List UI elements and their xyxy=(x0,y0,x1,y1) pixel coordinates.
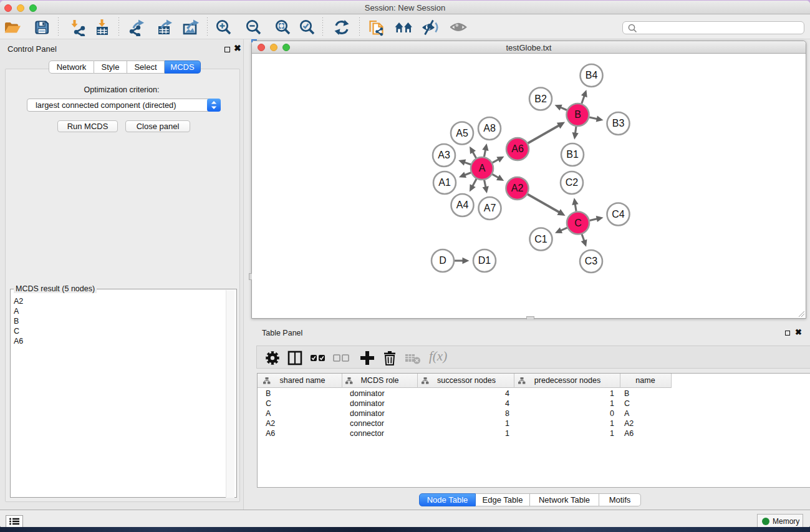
svg-text:A4: A4 xyxy=(456,200,469,210)
svg-text:C: C xyxy=(574,218,582,228)
svg-text:C3: C3 xyxy=(585,256,598,266)
svg-text:B1: B1 xyxy=(566,149,579,160)
svg-text:B4: B4 xyxy=(586,70,598,80)
svg-text:C4: C4 xyxy=(612,209,625,220)
svg-text:D1: D1 xyxy=(478,255,491,266)
svg-text:C1: C1 xyxy=(534,234,547,244)
svg-text:A3: A3 xyxy=(438,150,450,160)
svg-text:A6: A6 xyxy=(511,143,524,154)
svg-text:A1: A1 xyxy=(438,177,451,188)
svg-text:A2: A2 xyxy=(511,183,524,193)
svg-text:C2: C2 xyxy=(566,177,579,188)
svg-text:B: B xyxy=(574,109,581,120)
svg-text:A8: A8 xyxy=(483,123,496,133)
svg-text:A: A xyxy=(479,163,486,173)
svg-text:B2: B2 xyxy=(534,94,547,104)
svg-text:D: D xyxy=(439,255,446,266)
svg-text:A5: A5 xyxy=(456,128,468,138)
svg-text:B3: B3 xyxy=(612,118,625,128)
svg-text:A7: A7 xyxy=(484,203,496,213)
